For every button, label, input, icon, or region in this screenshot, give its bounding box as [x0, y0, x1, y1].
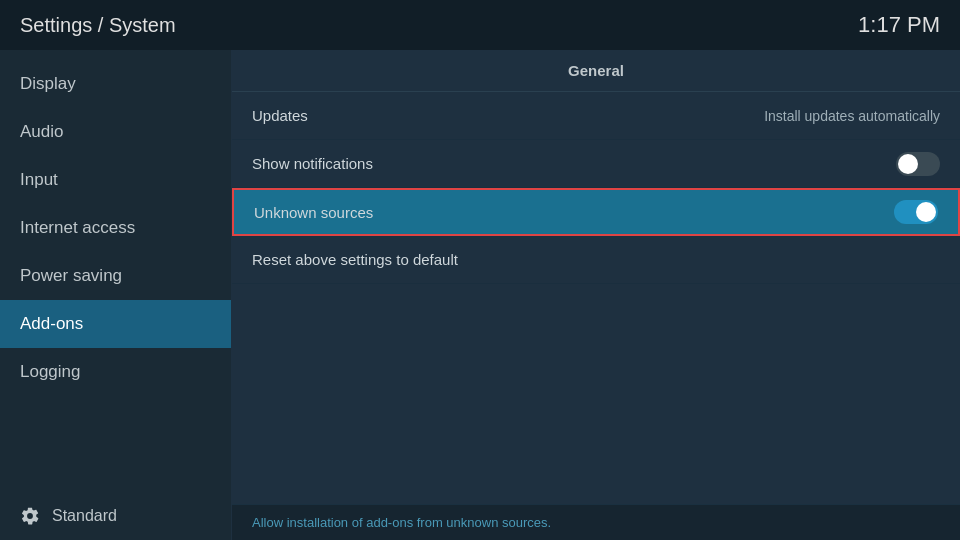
- setting-label-updates: Updates: [252, 107, 308, 124]
- gear-icon: [20, 506, 40, 526]
- setting-row-reset-settings[interactable]: Reset above settings to default: [232, 236, 960, 284]
- sidebar-item-audio[interactable]: Audio: [0, 108, 231, 156]
- main-layout: Display Audio Input Internet access Powe…: [0, 50, 960, 540]
- header: Settings / System 1:17 PM: [0, 0, 960, 50]
- clock: 1:17 PM: [858, 12, 940, 38]
- setting-value-updates: Install updates automatically: [764, 108, 940, 124]
- content-area: General Updates Install updates automati…: [232, 50, 960, 540]
- sidebar: Display Audio Input Internet access Powe…: [0, 50, 232, 540]
- sidebar-item-power-saving[interactable]: Power saving: [0, 252, 231, 300]
- section-header: General: [232, 50, 960, 92]
- sidebar-item-internet-access[interactable]: Internet access: [0, 204, 231, 252]
- sidebar-item-logging[interactable]: Logging: [0, 348, 231, 396]
- footer-text: Allow installation of add-ons from unkno…: [252, 515, 551, 530]
- toggle-show-notifications[interactable]: [896, 152, 940, 176]
- sidebar-item-display[interactable]: Display: [0, 60, 231, 108]
- toggle-knob-show-notifications: [898, 154, 918, 174]
- setting-label-reset-settings: Reset above settings to default: [252, 251, 458, 268]
- setting-row-unknown-sources[interactable]: Unknown sources: [232, 188, 960, 236]
- sidebar-item-add-ons[interactable]: Add-ons: [0, 300, 231, 348]
- setting-row-updates[interactable]: Updates Install updates automatically: [232, 92, 960, 140]
- setting-label-show-notifications: Show notifications: [252, 155, 373, 172]
- toggle-unknown-sources[interactable]: [894, 200, 938, 224]
- sidebar-item-input[interactable]: Input: [0, 156, 231, 204]
- toggle-knob-unknown-sources: [916, 202, 936, 222]
- settings-list: Updates Install updates automatically Sh…: [232, 92, 960, 504]
- setting-label-unknown-sources: Unknown sources: [254, 204, 373, 221]
- sidebar-level-label: Standard: [52, 507, 117, 525]
- footer-bar: Allow installation of add-ons from unkno…: [232, 504, 960, 540]
- setting-row-show-notifications[interactable]: Show notifications: [232, 140, 960, 188]
- page-title: Settings / System: [20, 14, 176, 37]
- sidebar-bottom[interactable]: Standard: [0, 492, 231, 540]
